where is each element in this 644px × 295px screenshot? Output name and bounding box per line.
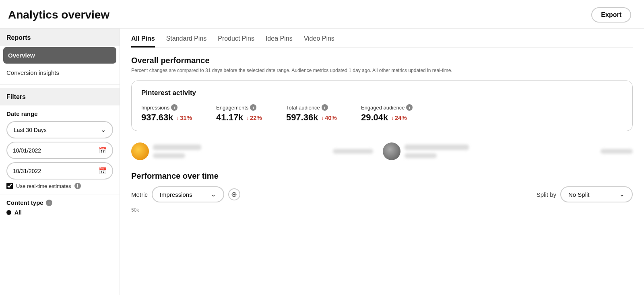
- perf-left-controls: Metric Impressions ⌄ ⊕: [131, 186, 240, 202]
- arrow-down-icon: ↓: [321, 115, 324, 121]
- chart-area: 50k: [131, 207, 633, 213]
- blurred-label: [333, 149, 373, 154]
- page-title: Analytics overview: [8, 8, 109, 21]
- profiles-row: [131, 139, 633, 163]
- split-by-label: Split by: [537, 191, 556, 198]
- pin-type-tabs: All Pins Standard Pins Product Pins Idea…: [131, 29, 633, 48]
- info-icon: i: [74, 183, 81, 189]
- profile-text-block: [153, 144, 201, 158]
- all-dot-icon: [6, 210, 11, 215]
- performance-controls: Metric Impressions ⌄ ⊕ Split by No Split…: [131, 186, 633, 202]
- impressions-change: ↓ 31%: [177, 114, 192, 121]
- tab-product-pins[interactable]: Product Pins: [218, 35, 254, 47]
- blurred-name-2: [405, 144, 469, 150]
- chart-y-axis: 50k: [131, 207, 633, 213]
- profile-item-1: [131, 142, 201, 160]
- body: Reports Overview Conversion insights Fil…: [0, 29, 644, 295]
- avatar-orange: [131, 142, 149, 160]
- engagements-value: 41.17k ↓ 22%: [216, 112, 262, 123]
- blurred-name: [153, 144, 201, 150]
- chart-y-label: 50k: [131, 207, 139, 213]
- chart-grid-line: [142, 212, 633, 212]
- header: Analytics overview Export: [0, 0, 644, 29]
- total-audience-label: Total audience i: [286, 104, 337, 111]
- sidebar-divider: [0, 84, 120, 85]
- real-time-estimates-row: Use real-time estimates i: [6, 183, 113, 189]
- date-range-dropdown[interactable]: Last 30 Days ⌄: [6, 121, 113, 138]
- profile-text-block-2: [405, 144, 469, 158]
- chevron-down-icon: ⌄: [619, 191, 625, 198]
- info-icon: i: [322, 104, 328, 111]
- metric-label: Metric: [131, 191, 148, 198]
- arrow-down-icon: ↓: [246, 115, 249, 121]
- sidebar-item-overview[interactable]: Overview: [3, 47, 116, 64]
- performance-over-time-title: Performance over time: [131, 171, 633, 181]
- arrow-down-icon: ↓: [177, 115, 180, 121]
- metric-selected-value: Impressions: [160, 191, 192, 198]
- engaged-audience-change: ↓ 24%: [391, 114, 407, 121]
- add-metric-button[interactable]: ⊕: [228, 188, 240, 200]
- content-all-row: All: [6, 209, 113, 216]
- content-all-label: All: [14, 209, 22, 216]
- impressions-label: Impressions i: [141, 104, 192, 111]
- split-selected-value: No Split: [568, 191, 590, 198]
- reports-section-label: Reports: [0, 29, 120, 46]
- engaged-audience-label: Engaged audience i: [361, 104, 413, 111]
- calendar-icon: 📅: [99, 146, 107, 154]
- engagements-change: ↓ 22%: [246, 114, 262, 121]
- performance-over-time-section: Performance over time Metric Impressions…: [131, 171, 633, 213]
- avatar-gray: [383, 142, 400, 160]
- tab-all-pins[interactable]: All Pins: [131, 35, 155, 47]
- overall-performance-subtitle: Percent changes are compared to 31 days …: [131, 67, 633, 74]
- date-range-label: Date range: [6, 110, 113, 117]
- filters-section-label: Filters: [0, 88, 120, 105]
- tab-idea-pins[interactable]: Idea Pins: [266, 35, 293, 47]
- total-audience-value: 597.36k ↓ 40%: [286, 112, 337, 123]
- activity-card-title: Pinterest activity: [141, 89, 623, 97]
- date-range-section: Date range Last 30 Days ⌄ 10/01/2022 📅 1…: [0, 105, 120, 194]
- profile-item-3: [383, 142, 469, 160]
- start-date-input[interactable]: 10/01/2022 📅: [6, 142, 113, 159]
- info-icon: i: [250, 104, 256, 111]
- end-date-input[interactable]: 10/31/2022 📅: [6, 162, 113, 179]
- info-icon: i: [46, 200, 52, 206]
- metric-selector-dropdown[interactable]: Impressions ⌄: [152, 186, 224, 202]
- content-type-label: Content type i: [6, 199, 113, 206]
- date-range-selected: Last 30 Days: [14, 127, 47, 133]
- metric-impressions: Impressions i 937.63k ↓ 31%: [141, 104, 192, 123]
- calendar-icon: 📅: [99, 167, 107, 175]
- engaged-audience-value: 29.04k ↓ 24%: [361, 112, 413, 123]
- split-controls: Split by No Split ⌄: [537, 186, 633, 202]
- overall-performance-section: Overall performance Percent changes are …: [131, 56, 633, 74]
- metric-engaged-audience: Engaged audience i 29.04k ↓ 24%: [361, 104, 413, 123]
- tab-standard-pins[interactable]: Standard Pins: [166, 35, 207, 47]
- start-date-value: 10/01/2022: [13, 147, 41, 154]
- main-content: All Pins Standard Pins Product Pins Idea…: [120, 29, 644, 295]
- info-icon: i: [406, 104, 413, 111]
- content-type-section: Content type i All: [0, 194, 120, 221]
- chevron-down-icon: ⌄: [101, 126, 106, 134]
- blurred-stat: [153, 153, 185, 158]
- metric-total-audience: Total audience i 597.36k ↓ 40%: [286, 104, 337, 123]
- chevron-down-icon: ⌄: [211, 191, 216, 198]
- impressions-value: 937.63k ↓ 31%: [141, 112, 192, 123]
- info-icon: i: [171, 104, 178, 111]
- blurred-label-2: [601, 149, 633, 154]
- split-by-dropdown[interactable]: No Split ⌄: [560, 186, 633, 202]
- blurred-stat-2: [405, 153, 437, 158]
- sidebar-item-conversion-insights[interactable]: Conversion insights: [0, 64, 120, 81]
- sidebar: Reports Overview Conversion insights Fil…: [0, 29, 120, 295]
- real-time-label: Use real-time estimates: [16, 183, 71, 189]
- tab-video-pins[interactable]: Video Pins: [304, 35, 334, 47]
- metric-engagements: Engagements i 41.17k ↓ 22%: [216, 104, 262, 123]
- pinterest-activity-card: Pinterest activity Impressions i 937.63k…: [131, 80, 633, 131]
- real-time-checkbox[interactable]: [6, 183, 13, 189]
- total-audience-change: ↓ 40%: [321, 114, 337, 121]
- overall-performance-title: Overall performance: [131, 56, 633, 65]
- arrow-down-icon: ↓: [391, 115, 394, 121]
- export-button[interactable]: Export: [591, 7, 631, 23]
- engagements-label: Engagements i: [216, 104, 262, 111]
- metrics-row: Impressions i 937.63k ↓ 31%: [141, 104, 623, 123]
- end-date-value: 10/31/2022: [13, 168, 41, 174]
- profile-item-2: [333, 149, 373, 154]
